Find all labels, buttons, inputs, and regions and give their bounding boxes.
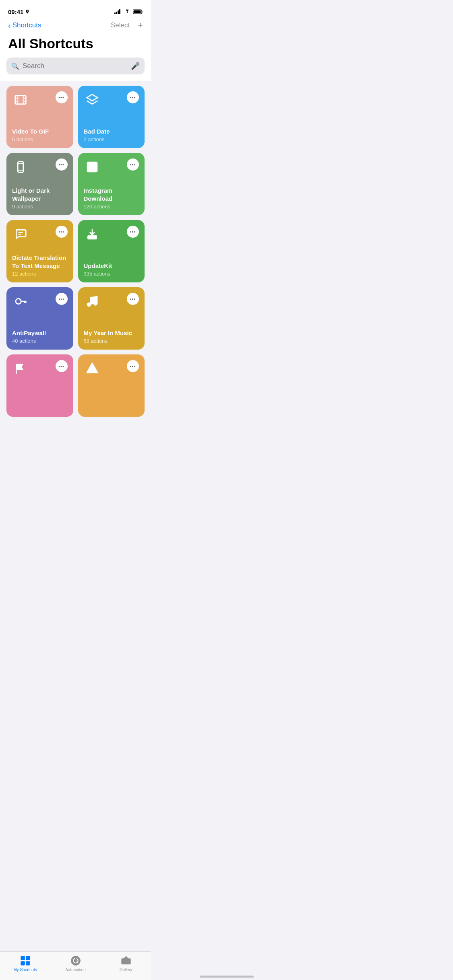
shortcut-card-dictate-translation[interactable]: ••• Dictate Translation To Text Message … xyxy=(6,220,73,282)
card-top: ••• xyxy=(12,91,68,108)
wifi-icon xyxy=(124,9,130,14)
card-title: Instagram Download xyxy=(84,187,139,202)
card-top: ••• xyxy=(84,360,139,377)
card-more-button[interactable]: ••• xyxy=(127,360,139,372)
card-actions-count: 12 actions xyxy=(12,271,68,277)
add-shortcut-button[interactable]: + xyxy=(138,21,143,30)
svg-marker-14 xyxy=(87,95,97,101)
more-dots-icon: ••• xyxy=(58,230,64,234)
card-bottom: Instagram Download 120 actions xyxy=(84,187,139,210)
card-more-button[interactable]: ••• xyxy=(56,159,68,171)
card-bottom xyxy=(84,410,139,411)
card-more-button[interactable]: ••• xyxy=(56,226,68,238)
card-top: ••• xyxy=(84,159,139,175)
back-button[interactable]: ‹ Shortcuts xyxy=(8,21,41,29)
svg-point-31 xyxy=(94,302,97,305)
svg-rect-6 xyxy=(134,10,141,13)
more-dots-icon: ••• xyxy=(130,297,136,301)
card-bottom: My Year In Music 58 actions xyxy=(84,329,139,344)
svg-rect-15 xyxy=(18,162,23,173)
card-bottom: Bad Date 2 actions xyxy=(84,128,139,143)
microphone-icon[interactable]: 🎤 xyxy=(131,62,140,70)
search-input[interactable] xyxy=(23,62,128,70)
search-container: 🔍 🎤 xyxy=(0,58,151,81)
status-icons xyxy=(114,9,143,14)
shortcut-card-antipaywall[interactable]: ••• AntiPaywall 40 actions xyxy=(6,287,73,350)
svg-point-18 xyxy=(20,171,21,171)
battery-icon xyxy=(133,9,143,14)
card-title: Light or Dark Wallpaper xyxy=(12,187,68,202)
card-icon-chat xyxy=(12,226,29,243)
card-more-button[interactable]: ••• xyxy=(127,226,139,238)
select-button[interactable]: Select xyxy=(111,21,130,29)
shortcuts-grid: ••• Video To GIF 5 actions ••• Bad Date … xyxy=(0,81,151,422)
card-more-button[interactable]: ••• xyxy=(56,360,68,372)
card-top: ••• xyxy=(84,226,139,243)
svg-rect-8 xyxy=(15,98,17,99)
svg-rect-25 xyxy=(88,236,96,239)
card-title: UpdateKit xyxy=(84,262,139,270)
shortcut-card-card-pink2[interactable]: ••• xyxy=(6,354,73,417)
card-bottom xyxy=(12,410,68,411)
svg-rect-5 xyxy=(142,11,143,13)
card-icon-alert xyxy=(84,360,101,377)
card-more-button[interactable]: ••• xyxy=(127,293,139,305)
more-dots-icon: ••• xyxy=(130,95,136,100)
signal-icon xyxy=(114,9,122,14)
card-more-button[interactable]: ••• xyxy=(56,293,68,305)
card-actions-count: 120 actions xyxy=(84,204,139,210)
shortcut-card-instagram-download[interactable]: ••• Instagram Download 120 actions xyxy=(78,153,145,215)
svg-rect-1 xyxy=(116,12,117,14)
card-actions-count: 335 actions xyxy=(84,271,139,277)
card-icon-download xyxy=(84,226,101,243)
card-bottom: AntiPaywall 40 actions xyxy=(12,329,68,344)
status-time: 09:41 xyxy=(8,8,30,15)
card-top: ••• xyxy=(12,159,68,175)
more-dots-icon: ••• xyxy=(130,230,136,234)
card-top: ••• xyxy=(84,91,139,108)
card-actions-count: 5 actions xyxy=(12,136,68,142)
status-bar: 09:41 xyxy=(0,0,151,18)
svg-point-20 xyxy=(90,165,94,169)
nav-bar: ‹ Shortcuts Select + xyxy=(0,18,151,35)
card-top: ••• xyxy=(12,293,68,310)
card-title: AntiPaywall xyxy=(12,329,68,337)
card-actions-count: 58 actions xyxy=(84,338,139,344)
card-more-button[interactable]: ••• xyxy=(56,91,68,103)
card-top: ••• xyxy=(84,293,139,310)
back-chevron-icon: ‹ xyxy=(8,21,11,29)
shortcut-card-updatekit[interactable]: ••• UpdateKit 335 actions xyxy=(78,220,145,282)
nav-actions: Select + xyxy=(111,21,143,30)
card-more-button[interactable]: ••• xyxy=(127,91,139,103)
card-top: ••• xyxy=(12,226,68,243)
svg-rect-2 xyxy=(118,10,119,14)
card-actions-count: 40 actions xyxy=(12,338,68,344)
card-bottom: Dictate Translation To Text Message 12 a… xyxy=(12,254,68,277)
card-title: My Year In Music xyxy=(84,329,139,337)
svg-rect-10 xyxy=(15,101,17,102)
shortcut-card-light-dark-wallpaper[interactable]: ••• Light or Dark Wallpaper 9 actions xyxy=(6,153,73,215)
shortcut-card-my-year-in-music[interactable]: ••• My Year In Music 58 actions xyxy=(78,287,145,350)
more-dots-icon: ••• xyxy=(58,163,64,167)
card-icon-film xyxy=(12,91,29,108)
search-bar[interactable]: 🔍 🎤 xyxy=(6,58,145,74)
card-icon-flag xyxy=(12,360,29,377)
location-icon xyxy=(25,9,30,14)
svg-point-33 xyxy=(92,372,92,372)
shortcut-card-bad-date[interactable]: ••• Bad Date 2 actions xyxy=(78,86,145,148)
shortcut-card-video-to-gif[interactable]: ••• Video To GIF 5 actions xyxy=(6,86,73,148)
page-title-section: All Shortcuts xyxy=(0,35,151,58)
card-icon-music xyxy=(84,293,101,310)
svg-rect-9 xyxy=(24,98,26,99)
more-dots-icon: ••• xyxy=(58,364,64,369)
card-actions-count: 2 actions xyxy=(84,136,139,142)
svg-point-26 xyxy=(16,299,21,304)
shortcut-card-card-orange[interactable]: ••• xyxy=(78,354,145,417)
svg-point-30 xyxy=(87,303,91,306)
card-icon-phone xyxy=(12,159,29,175)
card-bottom: Light or Dark Wallpaper 9 actions xyxy=(12,187,68,210)
card-title: Bad Date xyxy=(84,128,139,136)
card-top: ••• xyxy=(12,360,68,377)
card-more-button[interactable]: ••• xyxy=(127,159,139,171)
card-icon-layers xyxy=(84,91,101,108)
